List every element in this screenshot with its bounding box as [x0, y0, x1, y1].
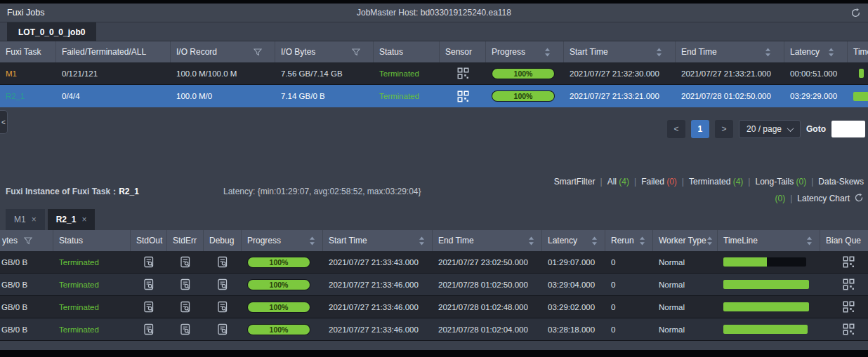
- tab-job-lot[interactable]: LOT_0_0_0_job0: [7, 22, 96, 41]
- sort-icon[interactable]: [765, 48, 771, 57]
- refresh-icon[interactable]: [850, 8, 861, 18]
- refresh-icon[interactable]: [854, 191, 864, 208]
- debug-log-icon[interactable]: [217, 323, 228, 335]
- filter-failed[interactable]: Failed (0): [641, 177, 677, 187]
- status-cell: Terminated: [53, 296, 131, 318]
- tab-label: R2_1: [56, 215, 77, 224]
- page-size-select[interactable]: 20 / page: [739, 120, 801, 138]
- sort-icon[interactable]: [639, 236, 645, 245]
- column-header-end-time[interactable]: End Time: [676, 41, 784, 62]
- filter-icon[interactable]: [352, 48, 360, 56]
- bianque-diagnose-icon[interactable]: [843, 301, 855, 313]
- column-header-timeline[interactable]: TimeLine: [718, 230, 820, 251]
- instance-row[interactable]: GB/0 B Terminated 100% 2021/07/27 21:33:…: [0, 296, 868, 318]
- debug-log-icon[interactable]: [217, 278, 228, 290]
- debug-cell: [204, 318, 242, 340]
- bianque-diagnose-icon[interactable]: [843, 323, 855, 335]
- column-header-progress[interactable]: Progress: [486, 41, 564, 62]
- stdout-cell: [131, 296, 167, 318]
- column-header-sensor[interactable]: Sensor: [440, 41, 486, 62]
- column-label: I/O Bytes: [281, 47, 315, 57]
- column-header-start-time[interactable]: Start Time: [564, 41, 676, 62]
- column-header-io-record[interactable]: I/O Record: [171, 41, 275, 62]
- filter-icon[interactable]: [254, 48, 262, 56]
- column-header-status[interactable]: Status: [53, 230, 131, 251]
- instance-row[interactable]: GB/0 B Terminated 100% 2021/07/27 21:33:…: [0, 251, 868, 274]
- instance-row[interactable]: GB/0 B Terminated 100% 2021/07/27 21:33:…: [0, 318, 868, 341]
- filter-all[interactable]: All (4): [607, 177, 629, 187]
- sort-icon[interactable]: [656, 48, 662, 57]
- timeline-bar: [723, 318, 808, 340]
- column-header-end-time[interactable]: End Time: [433, 230, 542, 251]
- sort-icon[interactable]: [309, 236, 315, 245]
- column-header-timeline[interactable]: TimeLine: [848, 41, 868, 62]
- column-header-progress[interactable]: Progress: [242, 230, 323, 251]
- current-page-button[interactable]: 1: [691, 120, 709, 138]
- close-icon[interactable]: ×: [32, 215, 37, 224]
- filter-terminated[interactable]: Terminated (4): [689, 177, 743, 187]
- column-header-rerun[interactable]: Rerun: [605, 230, 653, 251]
- sort-icon[interactable]: [706, 236, 713, 245]
- stdout-log-icon[interactable]: [143, 323, 154, 335]
- column-header-worker-type[interactable]: Worker Type: [653, 230, 718, 251]
- column-header-status[interactable]: Status: [374, 41, 440, 62]
- stderr-log-icon[interactable]: [180, 256, 191, 268]
- column-header-stderr[interactable]: StdErr: [167, 230, 204, 251]
- column-header-latency[interactable]: Latency: [784, 41, 848, 62]
- sort-icon[interactable]: [544, 48, 551, 57]
- task-row-r2-1-selected[interactable]: R2_1 0/4/4 100.0 M/0 7.14 GB/0 B Termina…: [0, 85, 868, 107]
- job-tab-label: LOT_0_0_0_job0: [18, 27, 85, 37]
- stderr-log-icon[interactable]: [180, 323, 191, 335]
- bianque-diagnose-icon[interactable]: [843, 256, 855, 268]
- stdout-log-icon[interactable]: [143, 278, 154, 290]
- start-time-cell: 2021/07/27 21:33:46.000: [323, 274, 433, 295]
- column-header-start-time[interactable]: Start Time: [323, 230, 433, 251]
- debug-log-icon[interactable]: [217, 301, 228, 313]
- sensor-cell: [440, 62, 486, 84]
- stderr-log-icon[interactable]: [180, 278, 191, 290]
- sensor-icon[interactable]: [457, 67, 469, 79]
- goto-page-input[interactable]: [831, 121, 865, 137]
- tab-r2-1[interactable]: R2_1 ×: [48, 209, 96, 230]
- column-header-failed-terminated-all[interactable]: Failed/Terminated/ALL: [56, 41, 171, 62]
- sort-icon[interactable]: [528, 236, 534, 245]
- column-header-debug[interactable]: Debug: [204, 230, 242, 251]
- column-label: Progress: [247, 236, 281, 245]
- filter-data-skews[interactable]: Data-Skews: [818, 177, 864, 187]
- failed-terminated-all-cell: 0/121/121: [56, 62, 171, 84]
- sensor-icon[interactable]: [457, 90, 469, 102]
- column-header-bianque[interactable]: Bian Que: [820, 230, 868, 251]
- chevron-down-icon: [787, 125, 794, 132]
- bianque-diagnose-icon[interactable]: [843, 278, 855, 290]
- sort-icon[interactable]: [419, 236, 425, 245]
- sort-icon[interactable]: [806, 236, 813, 245]
- task-cell: R2_1: [0, 85, 56, 107]
- debug-log-icon[interactable]: [217, 256, 228, 268]
- instance-title-task: R2_1: [119, 187, 139, 196]
- column-label: Progress: [492, 47, 525, 57]
- filter-long-tails[interactable]: Long-Tails (0): [755, 177, 806, 187]
- stdout-log-icon[interactable]: [143, 256, 154, 268]
- sort-icon[interactable]: [591, 236, 598, 245]
- filter-icon[interactable]: [24, 237, 32, 245]
- column-header-stdout[interactable]: StdOut: [131, 230, 167, 251]
- stdout-log-icon[interactable]: [143, 301, 154, 313]
- column-header-fuxi-task[interactable]: Fuxi Task: [0, 41, 56, 62]
- column-header-bytes[interactable]: ytes: [0, 230, 53, 251]
- prev-page-button[interactable]: <: [667, 120, 685, 138]
- latency-chart-link[interactable]: Latency Chart: [797, 194, 850, 203]
- close-icon[interactable]: ×: [81, 215, 86, 224]
- task-link[interactable]: M1: [6, 69, 17, 78]
- column-header-io-bytes[interactable]: I/O Bytes: [275, 41, 374, 62]
- stderr-log-icon[interactable]: [180, 301, 191, 313]
- task-link[interactable]: R2_1: [6, 92, 25, 100]
- column-header-latency[interactable]: Latency: [542, 230, 605, 251]
- sort-icon[interactable]: [828, 48, 834, 57]
- next-page-button[interactable]: >: [715, 120, 733, 138]
- tab-m1[interactable]: M1 ×: [6, 209, 45, 230]
- instance-row[interactable]: GB/0 B Terminated 100% 2021/07/27 21:33:…: [0, 274, 868, 296]
- column-label: Start Time: [329, 236, 367, 245]
- timeline-cell: [848, 62, 868, 84]
- task-row-m1[interactable]: M1 0/121/121 100.0 M/100.0 M 7.56 GB/7.1…: [0, 62, 868, 85]
- collapse-panel-handle[interactable]: <: [0, 110, 8, 134]
